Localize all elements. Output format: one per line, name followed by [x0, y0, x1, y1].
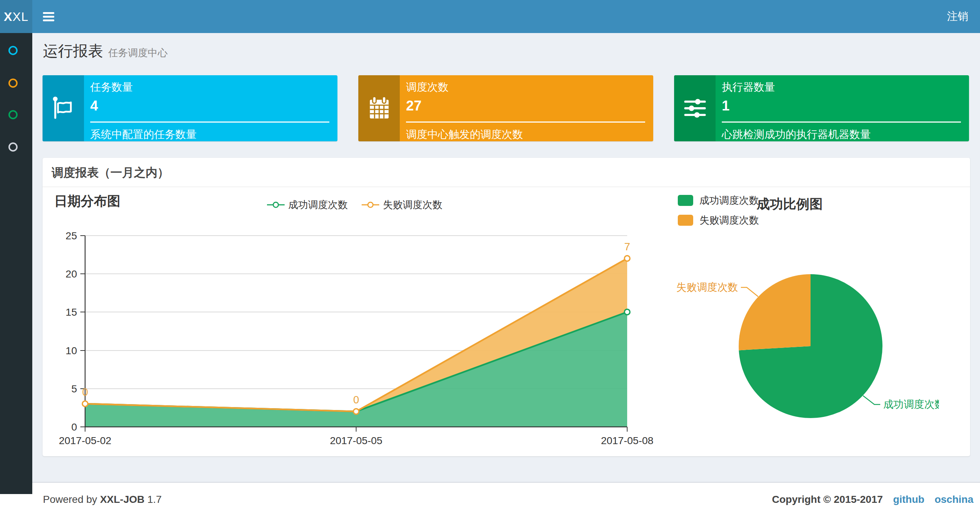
legend-label: 成功调度次数 — [288, 198, 348, 211]
sidebar-item-running-report-icon[interactable] — [8, 46, 18, 55]
sidebar-toggle-button[interactable] — [37, 0, 59, 33]
info-box-title: 执行器数量 — [722, 80, 961, 95]
sidebar-item-executor-manage-icon[interactable] — [8, 110, 18, 119]
legend-item-fail[interactable]: 失败调度次数 — [678, 214, 759, 227]
sliders-icon — [674, 75, 716, 141]
success-point — [625, 310, 630, 315]
line-marker-icon — [362, 201, 379, 208]
info-box-value: 4 — [90, 98, 329, 114]
footer: Powered by XXL-JOB 1.7 Copyright © 2015-… — [0, 482, 980, 519]
line-chart-title: 日期分布图 — [54, 192, 120, 210]
legend-item-success[interactable]: 成功调度次数 — [267, 198, 348, 211]
info-box-divider — [90, 121, 329, 123]
info-box-job-count: 任务数量 4 系统中配置的任务数量 — [43, 75, 337, 141]
summary-boxes: 任务数量 4 系统中配置的任务数量 — [43, 75, 969, 141]
info-box-divider — [406, 121, 645, 123]
x-tick-label: 2017-05-02 — [59, 435, 111, 446]
logo-text-bold: X — [4, 10, 13, 24]
y-tick-label: 0 — [71, 422, 77, 433]
x-tick-label: 2017-05-05 — [330, 435, 382, 446]
logo-text: XL — [13, 10, 29, 24]
sidebar-item-help-icon[interactable] — [8, 142, 18, 152]
pie-chart-legend: 成功调度次数 失败调度次数 — [678, 194, 759, 233]
fail-point-label: 0 — [82, 386, 88, 398]
y-tick-label: 20 — [66, 268, 77, 280]
x-tick-label: 2017-05-08 — [601, 435, 653, 446]
info-box-trigger-count: 调度次数 27 调度中心触发的调度次数 — [358, 75, 653, 141]
legend-label: 成功调度次数 — [699, 194, 759, 207]
fail-point — [625, 256, 630, 261]
hamburger-icon — [43, 12, 54, 21]
fail-point — [83, 401, 88, 407]
info-box-description: 心跳检测成功的执行器机器数量 — [722, 127, 961, 142]
legend-label: 失败调度次数 — [699, 214, 759, 227]
pie-slice-fail — [739, 274, 811, 350]
github-link[interactable]: github — [893, 493, 924, 505]
fail-point-label: 7 — [624, 241, 630, 252]
fail-point — [353, 409, 359, 414]
calendar-icon — [358, 75, 400, 141]
pie-callout-label-fail: 失败调度次数 — [676, 281, 738, 293]
y-tick-label: 10 — [66, 345, 77, 356]
fail-point-label: 0 — [353, 394, 359, 406]
panel-title: 调度报表（一月之内） — [43, 158, 970, 187]
y-tick-label: 25 — [66, 230, 77, 241]
legend-swatch-icon — [678, 215, 693, 226]
pie-callout-line-success — [863, 396, 880, 404]
legend-item-fail[interactable]: 失败调度次数 — [362, 198, 442, 211]
page-subtitle: 任务调度中心 — [108, 46, 168, 59]
info-box-divider — [722, 121, 961, 123]
success-ratio-pie-chart: 失败调度次数 成功调度次数 — [675, 256, 939, 443]
pie-callout-line-fail — [741, 287, 758, 297]
oschina-link[interactable]: oschina — [934, 493, 974, 505]
footer-powered-by: Powered by XXL-JOB 1.7 — [43, 493, 162, 505]
content-area: 运行报表 任务调度中心 任务数量 4 系统中配置的任务数量 — [32, 33, 980, 482]
y-tick-label: 15 — [66, 307, 77, 318]
top-navbar: XXL 注销 — [0, 0, 980, 33]
sidebar — [0, 33, 32, 494]
legend-item-success[interactable]: 成功调度次数 — [678, 194, 759, 207]
footer-version: 1.7 — [148, 493, 162, 505]
info-box-description: 系统中配置的任务数量 — [90, 127, 329, 142]
line-marker-icon — [267, 201, 285, 208]
y-tick-label: 5 — [71, 383, 77, 394]
sidebar-item-job-manage-icon[interactable] — [8, 78, 18, 88]
footer-brand: XXL-JOB — [100, 493, 145, 505]
info-box-value: 1 — [722, 98, 961, 114]
legend-label: 失败调度次数 — [383, 198, 442, 211]
page-header: 运行报表 任务调度中心 — [43, 41, 168, 61]
info-box-description: 调度中心触发的调度次数 — [406, 127, 645, 142]
info-box-title: 调度次数 — [406, 80, 645, 95]
logout-button[interactable]: 注销 — [944, 0, 971, 33]
flag-icon — [43, 75, 84, 141]
info-box-title: 任务数量 — [90, 80, 329, 95]
page-title: 运行报表 — [43, 41, 103, 61]
schedule-report-panel: 调度报表（一月之内） 日期分布图 成功调度次数 失败调度次数 — [43, 158, 970, 456]
date-distribution-chart: 0 0 7 25 20 15 10 5 0 2017-05-02 2017-05… — [51, 220, 660, 448]
line-chart-legend: 成功调度次数 失败调度次数 — [267, 198, 442, 211]
info-box-executor-count: 执行器数量 1 心跳检测成功的执行器机器数量 — [674, 75, 969, 141]
pie-chart-title: 成功比例图 — [757, 195, 822, 213]
footer-copyright: Copyright © 2015-2017 github oschina — [772, 493, 974, 505]
info-box-value: 27 — [406, 98, 645, 114]
legend-swatch-icon — [678, 195, 693, 206]
pie-callout-label-success: 成功调度次数 — [883, 399, 939, 410]
app-logo[interactable]: XXL — [0, 0, 32, 33]
